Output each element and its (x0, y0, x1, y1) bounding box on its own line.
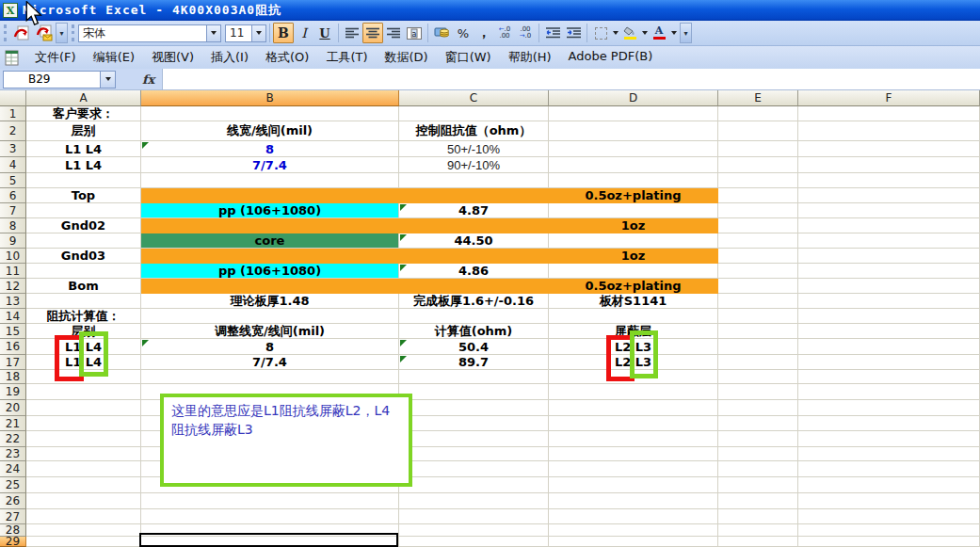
cell-C15[interactable]: 计算值(ohm) (399, 324, 549, 339)
convert-to-pdf-email-icon[interactable] (33, 23, 56, 43)
cell-C6[interactable] (399, 188, 549, 203)
cell-F17[interactable] (798, 355, 980, 370)
cell-B17[interactable]: 7/7.4 (141, 355, 399, 370)
increase-indent-icon[interactable] (563, 23, 584, 43)
cell-E25[interactable] (718, 477, 798, 493)
row-header-5[interactable]: 5 (0, 173, 26, 188)
cell-D5[interactable] (549, 173, 718, 188)
cell-D25[interactable] (549, 477, 718, 493)
menu-format[interactable]: 格式(O) (257, 46, 317, 69)
cell-D7[interactable] (549, 203, 718, 218)
cell-F27[interactable] (798, 509, 980, 524)
cell-F9[interactable] (798, 233, 980, 249)
cell-A17[interactable]: L1 L4 (26, 355, 141, 370)
name-box[interactable]: B29 (3, 71, 101, 88)
cell-C16[interactable]: 50.4 (399, 339, 549, 355)
row-header-11[interactable]: 11 (0, 264, 26, 279)
cell-B6[interactable] (141, 188, 399, 203)
cell-D4[interactable] (549, 157, 718, 173)
toolbar-grip[interactable] (4, 24, 7, 41)
cell-D1[interactable] (549, 106, 718, 121)
cell-D23[interactable] (549, 447, 718, 461)
cell-E15[interactable] (718, 324, 798, 339)
row-header-14[interactable]: 14 (0, 309, 26, 324)
cell-E6[interactable] (718, 188, 798, 203)
row-header-22[interactable]: 22 (0, 431, 26, 447)
column-header-D[interactable]: D (549, 90, 718, 106)
increase-decimal-icon[interactable]: ←.0.00 (494, 23, 515, 43)
cell-F12[interactable] (798, 279, 980, 294)
cell-D14[interactable] (549, 309, 718, 324)
cell-F4[interactable] (798, 157, 980, 173)
cell-D16[interactable]: L2 L3 (549, 339, 718, 355)
cell-F18[interactable] (798, 370, 980, 384)
cell-C19[interactable] (399, 384, 549, 400)
font-size-dropdown[interactable] (251, 25, 265, 41)
cell-F11[interactable] (798, 264, 980, 279)
cell-C25[interactable] (399, 477, 549, 493)
cell-E18[interactable] (718, 370, 798, 384)
cell-A18[interactable] (26, 370, 141, 384)
cell-F20[interactable] (798, 400, 980, 416)
cell-B7[interactable]: pp (106+1080) (141, 203, 399, 218)
menu-window[interactable]: 窗口(W) (437, 46, 500, 69)
cell-D3[interactable] (549, 141, 718, 157)
cell-C22[interactable] (399, 431, 549, 447)
cell-D27[interactable] (549, 509, 718, 524)
cell-A25[interactable] (26, 477, 141, 493)
font-color-dropdown[interactable] (669, 21, 678, 45)
cell-D20[interactable] (549, 400, 718, 416)
cell-F1[interactable] (798, 106, 980, 121)
cell-F7[interactable] (798, 203, 980, 218)
cell-E21[interactable] (718, 416, 798, 431)
cell-C10[interactable] (399, 249, 549, 264)
row-header-1[interactable]: 1 (0, 106, 26, 121)
cell-F3[interactable] (798, 141, 980, 157)
toolbar-grip[interactable] (72, 24, 74, 41)
decrease-decimal-icon[interactable]: .00→.0 (515, 23, 536, 43)
cell-D17[interactable]: L2 L3 (549, 355, 718, 370)
cell-A23[interactable] (26, 447, 141, 461)
cell-E5[interactable] (718, 173, 798, 188)
cell-D21[interactable] (549, 416, 718, 431)
cell-C12[interactable] (399, 279, 549, 294)
cell-D24[interactable] (549, 461, 718, 477)
cell-A6[interactable]: Top (26, 188, 141, 203)
fill-color-icon[interactable] (619, 23, 640, 43)
adobe-toolbar-options-icon[interactable]: ▾ (56, 23, 68, 43)
cell-D9[interactable] (549, 233, 718, 249)
merge-center-icon[interactable]: a (404, 23, 425, 43)
cell-B16[interactable]: 8 (141, 339, 399, 355)
cell-F25[interactable] (798, 477, 980, 493)
cell-B29[interactable] (141, 537, 399, 547)
align-left-icon[interactable] (342, 23, 362, 43)
italic-button[interactable]: I (294, 23, 314, 43)
row-header-20[interactable]: 20 (0, 400, 26, 416)
column-header-C[interactable]: C (399, 90, 549, 106)
cell-F21[interactable] (798, 416, 980, 431)
cell-A16[interactable]: L1 L4 (26, 339, 141, 355)
cell-A11[interactable] (26, 264, 141, 279)
cell-F16[interactable] (798, 339, 980, 355)
cell-F5[interactable] (798, 173, 980, 188)
menu-insert[interactable]: 插入(I) (202, 46, 257, 69)
cell-E23[interactable] (718, 447, 798, 461)
percent-style-icon[interactable]: % (453, 23, 474, 43)
cell-E14[interactable] (718, 309, 798, 324)
row-header-19[interactable]: 19 (0, 384, 26, 400)
cell-D2[interactable] (549, 121, 718, 141)
cell-A2[interactable]: 层别 (26, 121, 141, 141)
cell-B28[interactable] (141, 524, 399, 537)
row-header-13[interactable]: 13 (0, 294, 26, 309)
cell-A20[interactable] (26, 400, 141, 416)
column-header-E[interactable]: E (718, 90, 798, 106)
cell-C20[interactable] (399, 400, 549, 416)
cell-A1[interactable]: 客户要求： (26, 106, 141, 121)
cell-E9[interactable] (718, 233, 798, 249)
align-right-icon[interactable] (383, 23, 404, 43)
cell-C3[interactable]: 50+/-10% (399, 141, 549, 157)
cell-C11[interactable]: 4.86 (399, 264, 549, 279)
cell-E26[interactable] (718, 493, 798, 509)
cell-F8[interactable] (798, 218, 980, 233)
currency-style-icon[interactable] (431, 23, 453, 43)
